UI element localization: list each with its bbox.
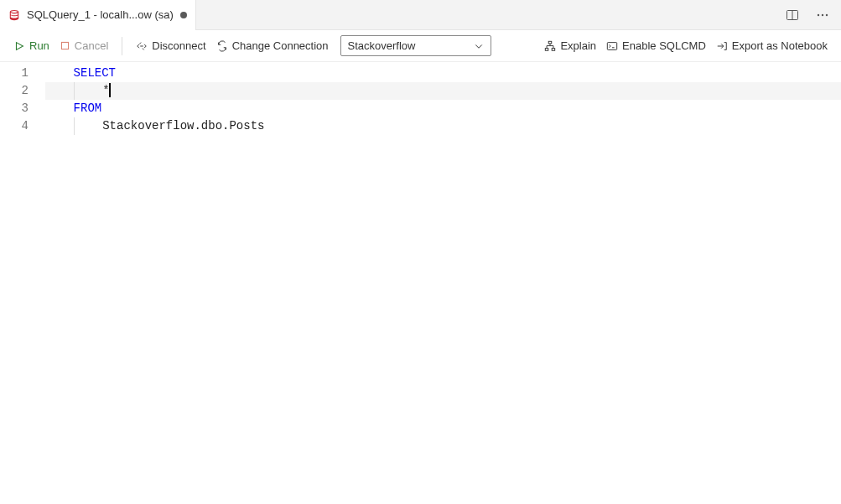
sqlcmd-icon xyxy=(606,40,618,52)
line-gutter: 1234 xyxy=(0,62,45,504)
svg-point-2 xyxy=(818,13,819,15)
cancel-label: Cancel xyxy=(75,39,108,52)
line-number: 4 xyxy=(0,117,29,135)
enable-sqlcmd-label: Enable SQLCMD xyxy=(622,39,706,52)
svg-rect-6 xyxy=(61,42,68,49)
code-editor[interactable]: 1234 SELECT * FROM Stackoverflow.dbo.Pos… xyxy=(0,62,841,504)
enable-sqlcmd-button[interactable]: Enable SQLCMD xyxy=(605,38,708,54)
explain-button[interactable]: Explain xyxy=(542,38,598,54)
code-line[interactable]: SELECT xyxy=(45,65,841,82)
text-cursor xyxy=(109,83,111,97)
split-editor-button[interactable] xyxy=(782,5,802,25)
database-icon xyxy=(8,9,20,21)
svg-rect-9 xyxy=(553,48,556,50)
svg-rect-7 xyxy=(549,41,553,44)
svg-rect-10 xyxy=(607,42,616,49)
disconnect-icon xyxy=(136,40,148,52)
line-number: 2 xyxy=(0,82,29,100)
explain-icon xyxy=(544,40,556,52)
query-toolbar: Run Cancel Disconnect Change Connection … xyxy=(0,30,841,62)
toolbar-divider xyxy=(122,37,122,55)
code-area[interactable]: SELECT * FROM Stackoverflow.dbo.Posts xyxy=(45,62,841,504)
tab-dirty-indicator xyxy=(180,12,187,18)
editor-tab[interactable]: SQLQuery_1 - localh...ow (sa) xyxy=(0,0,196,30)
svg-point-4 xyxy=(826,13,828,15)
database-dropdown-value: Stackoverflow xyxy=(348,39,474,52)
cancel-button[interactable]: Cancel xyxy=(58,38,110,54)
stop-icon xyxy=(60,40,70,51)
line-number: 1 xyxy=(0,65,29,82)
code-line[interactable]: Stackoverflow.dbo.Posts xyxy=(45,117,841,135)
svg-point-3 xyxy=(822,13,823,15)
code-line[interactable]: * xyxy=(45,82,841,100)
svg-rect-8 xyxy=(546,48,549,50)
tab-title: SQLQuery_1 - localh...ow (sa) xyxy=(27,8,174,21)
disconnect-button[interactable]: Disconnect xyxy=(134,38,207,54)
line-number: 3 xyxy=(0,100,29,117)
svg-marker-5 xyxy=(17,42,23,49)
export-notebook-button[interactable]: Export as Notebook xyxy=(714,38,829,54)
change-connection-button[interactable]: Change Connection xyxy=(215,38,330,54)
database-dropdown[interactable]: Stackoverflow xyxy=(340,35,491,56)
play-icon xyxy=(13,40,25,52)
run-label: Run xyxy=(29,39,49,52)
change-connection-label: Change Connection xyxy=(232,39,329,52)
code-line[interactable]: FROM xyxy=(45,100,841,117)
explain-label: Explain xyxy=(560,39,596,52)
run-button[interactable]: Run xyxy=(12,38,51,54)
export-icon xyxy=(716,40,728,52)
more-actions-button[interactable] xyxy=(812,5,833,25)
export-notebook-label: Export as Notebook xyxy=(732,39,828,52)
disconnect-label: Disconnect xyxy=(152,39,205,52)
change-connection-icon xyxy=(216,40,228,52)
chevron-down-icon xyxy=(474,41,484,51)
tab-bar: SQLQuery_1 - localh...ow (sa) xyxy=(0,0,841,30)
